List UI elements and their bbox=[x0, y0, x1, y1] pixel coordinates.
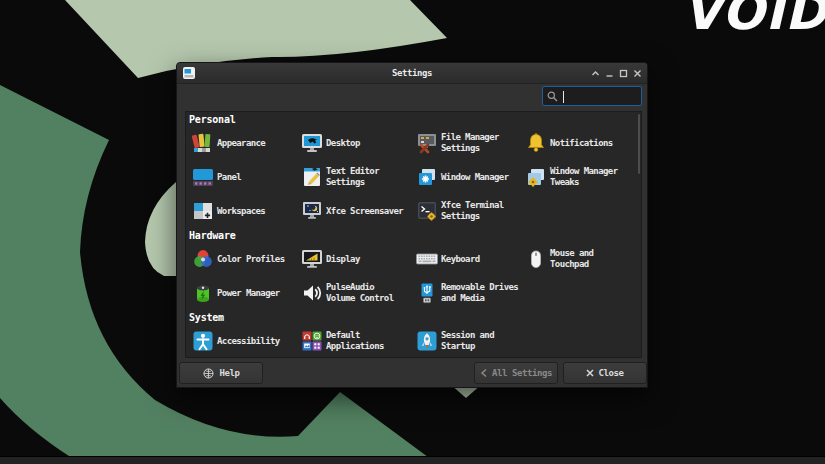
search-input[interactable] bbox=[561, 88, 637, 104]
settings-item-label: Mouse and Touchpad bbox=[550, 248, 593, 270]
settings-item-label: Session and Startup bbox=[441, 330, 494, 352]
session-startup-icon bbox=[415, 329, 439, 353]
panel-icon bbox=[191, 165, 215, 189]
close-x-icon bbox=[586, 369, 594, 377]
settings-item-label: Notifications bbox=[550, 138, 613, 149]
titlebar[interactable]: Settings bbox=[177, 63, 647, 84]
settings-item-notifications[interactable]: Notifications bbox=[524, 126, 641, 160]
void-logotype: VOID bbox=[680, 0, 825, 41]
settings-item-panel[interactable]: Panel bbox=[191, 160, 300, 194]
settings-item-label: Keyboard bbox=[441, 254, 480, 265]
window-manager-icon bbox=[415, 165, 439, 189]
minimize-window-icon[interactable] bbox=[605, 69, 614, 78]
all-settings-button-label: All Settings bbox=[492, 368, 552, 378]
section-header-personal: Personal bbox=[189, 114, 641, 126]
settings-item-mouse-touchpad[interactable]: Mouse and Touchpad bbox=[524, 242, 641, 276]
text-caret bbox=[563, 91, 564, 103]
settings-window: Settings Personal bbox=[176, 62, 648, 388]
window-title: Settings bbox=[177, 63, 647, 83]
help-button-label: Help bbox=[219, 368, 239, 378]
scrollbar[interactable] bbox=[638, 114, 640, 174]
settings-list: Personal Appearance bbox=[185, 111, 642, 358]
screensaver-icon bbox=[300, 199, 324, 223]
close-button[interactable]: Close bbox=[563, 362, 647, 384]
system-grid: Accessibility bbox=[186, 324, 641, 358]
settings-item-appearance[interactable]: Appearance bbox=[191, 126, 300, 160]
display-icon bbox=[300, 247, 324, 271]
settings-item-label: Window Manager Tweaks bbox=[550, 166, 617, 188]
workspaces-icon bbox=[191, 199, 215, 223]
appearance-icon bbox=[191, 131, 215, 155]
settings-item-label: Xfce Terminal Settings bbox=[441, 200, 504, 222]
shade-window-icon[interactable] bbox=[591, 69, 600, 78]
help-globe-icon bbox=[202, 367, 215, 380]
settings-item-terminal[interactable]: Xfce Terminal Settings bbox=[415, 194, 524, 228]
window-manager-tweaks-icon bbox=[524, 165, 548, 189]
settings-item-label: File Manager Settings bbox=[441, 132, 499, 154]
settings-item-power-manager[interactable]: Power Manager bbox=[191, 276, 300, 310]
settings-item-label: PulseAudio Volume Control bbox=[326, 282, 393, 304]
settings-item-label: Appearance bbox=[217, 138, 265, 149]
settings-item-label: Power Manager bbox=[217, 288, 280, 299]
settings-item-default-applications[interactable]: Default Applications bbox=[300, 324, 415, 358]
accessibility-icon bbox=[191, 329, 215, 353]
settings-item-label: Workspaces bbox=[217, 206, 265, 217]
close-button-label: Close bbox=[598, 368, 623, 378]
close-window-icon[interactable] bbox=[633, 69, 642, 78]
settings-item-label: Window Manager bbox=[441, 172, 508, 183]
text-editor-icon bbox=[300, 165, 324, 189]
settings-item-window-manager[interactable]: Window Manager bbox=[415, 160, 524, 194]
settings-item-display[interactable]: Display bbox=[300, 242, 415, 276]
settings-item-text-editor[interactable]: Text Editor Settings bbox=[300, 160, 415, 194]
section-header-hardware: Hardware bbox=[189, 230, 641, 242]
all-settings-button[interactable]: All Settings bbox=[474, 362, 558, 384]
settings-item-label: Panel bbox=[217, 172, 241, 183]
settings-item-color-profiles[interactable]: Color Profiles bbox=[191, 242, 300, 276]
personal-grid: Appearance Desktop bbox=[186, 126, 641, 228]
search-icon bbox=[547, 91, 558, 102]
chevron-left-icon bbox=[480, 368, 488, 378]
pulseaudio-icon bbox=[300, 281, 324, 305]
settings-item-session-startup[interactable]: Session and Startup bbox=[415, 324, 524, 358]
desktop: { "desktop": { "logo_text": "VOID" }, "w… bbox=[0, 0, 825, 464]
settings-item-keyboard[interactable]: Keyboard bbox=[415, 242, 524, 276]
hardware-grid: Color Profiles Display bbox=[186, 242, 641, 310]
color-profiles-icon bbox=[191, 247, 215, 271]
settings-item-label: Default Applications bbox=[326, 330, 384, 352]
settings-item-file-manager[interactable]: File Manager Settings bbox=[415, 126, 524, 160]
keyboard-icon bbox=[415, 247, 439, 271]
settings-item-label: Accessibility bbox=[217, 336, 280, 347]
settings-item-label: Text Editor Settings bbox=[326, 166, 379, 188]
default-applications-icon bbox=[300, 329, 324, 353]
settings-item-removable-drives[interactable]: Removable Drives and Media bbox=[415, 276, 524, 310]
settings-item-accessibility[interactable]: Accessibility bbox=[191, 324, 300, 358]
settings-item-label: Xfce Screensaver bbox=[326, 206, 403, 217]
removable-drives-icon bbox=[415, 281, 439, 305]
power-manager-icon bbox=[191, 281, 215, 305]
settings-item-label: Removable Drives and Media bbox=[441, 282, 518, 304]
section-header-system: System bbox=[189, 312, 641, 324]
settings-item-window-manager-tweaks[interactable]: Window Manager Tweaks bbox=[524, 160, 641, 194]
maximize-window-icon[interactable] bbox=[619, 69, 628, 78]
settings-item-label: Color Profiles bbox=[217, 254, 284, 265]
settings-item-screensaver[interactable]: Xfce Screensaver bbox=[300, 194, 415, 228]
desktop-icon bbox=[300, 131, 324, 155]
help-button[interactable]: Help bbox=[179, 362, 263, 384]
file-manager-icon bbox=[415, 131, 439, 155]
bottom-panel[interactable] bbox=[0, 456, 825, 464]
mouse-icon bbox=[524, 247, 548, 271]
notifications-bell-icon bbox=[524, 131, 548, 155]
settings-item-desktop[interactable]: Desktop bbox=[300, 126, 415, 160]
settings-item-pulseaudio[interactable]: PulseAudio Volume Control bbox=[300, 276, 415, 310]
terminal-icon bbox=[415, 199, 439, 223]
search-box[interactable] bbox=[542, 86, 642, 106]
settings-item-label: Display bbox=[326, 254, 360, 265]
settings-item-workspaces[interactable]: Workspaces bbox=[191, 194, 300, 228]
settings-item-label: Desktop bbox=[326, 138, 360, 149]
